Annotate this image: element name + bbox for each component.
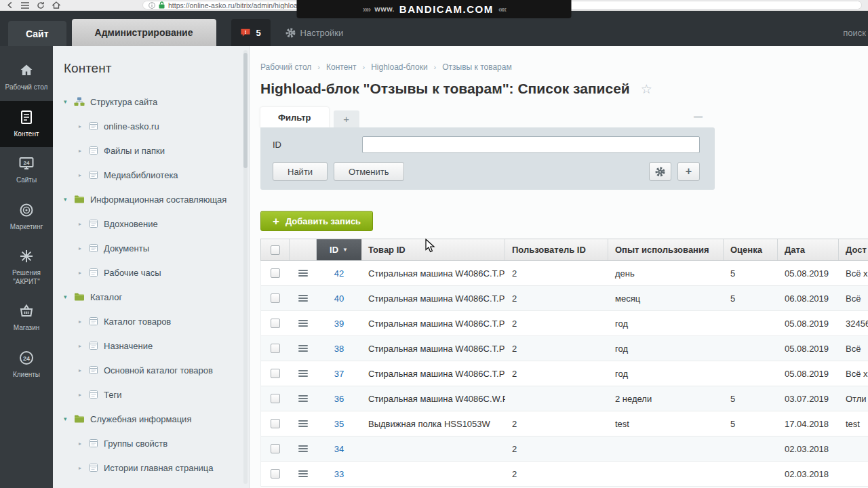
watermark-arrows-left-icon (363, 4, 370, 14)
rail-item-label: Решения "АКРИТ" (2, 269, 51, 286)
tree-item[interactable]: Рабочие часы (64, 260, 249, 285)
column-header-availability[interactable]: Дост (839, 239, 868, 260)
tree-item[interactable]: Каталог (64, 285, 249, 309)
scrollbar-thumb[interactable] (243, 53, 248, 168)
row-actions-menu-icon[interactable] (298, 295, 308, 302)
tree-item-label: Каталог товаров (104, 317, 171, 327)
record-id-link[interactable]: 38 (334, 344, 344, 354)
rail-item-desktop[interactable]: Рабочий стол (0, 54, 53, 101)
tree-item[interactable]: Теги (64, 382, 249, 407)
row-actions-menu-icon[interactable] (298, 395, 308, 402)
row-actions-menu-icon[interactable] (298, 345, 308, 352)
tree-item[interactable]: online-asko.ru (64, 114, 249, 138)
row-checkbox[interactable] (271, 469, 280, 479)
filter-settings-button[interactable] (649, 162, 671, 181)
filter-id-input[interactable] (362, 136, 700, 153)
menu-icon[interactable] (21, 2, 29, 9)
add-record-button[interactable]: Добавить запись (260, 211, 373, 231)
row-actions-menu-icon[interactable] (298, 320, 308, 327)
page-icon (89, 365, 98, 375)
row-actions-menu-icon[interactable] (298, 470, 308, 477)
notifications-tab[interactable]: ! 5 (231, 19, 271, 46)
tree-item[interactable]: Структура сайта (64, 89, 249, 114)
home-icon[interactable] (52, 1, 60, 9)
column-header-product[interactable]: Товар ID (361, 239, 505, 260)
filter-add-field-button[interactable] (677, 162, 700, 181)
breadcrumb-item[interactable]: Highload-блоки (371, 62, 427, 72)
breadcrumb-item[interactable]: Рабочий стол (260, 62, 311, 72)
tree-item[interactable]: Назначение (64, 333, 249, 358)
column-header-user-id[interactable]: Пользователь ID (505, 239, 608, 260)
tree-item[interactable]: Группы свойств (64, 431, 249, 455)
filter-collapse-icon[interactable] (694, 111, 703, 121)
breadcrumb-item[interactable]: Контент (326, 62, 356, 72)
tree-item[interactable]: Вдохновение (64, 211, 249, 236)
record-id-link[interactable]: 35 (334, 419, 344, 429)
column-header-rating[interactable]: Оценка (724, 239, 778, 260)
tree-item[interactable]: Служебная информация (64, 407, 249, 431)
notification-bubble-icon: ! (240, 28, 251, 38)
select-all-checkbox[interactable] (271, 245, 280, 255)
sidebar-scrollbar[interactable] (243, 50, 248, 484)
row-actions-menu-icon[interactable] (298, 445, 308, 452)
tab-administration[interactable]: Администрирование (72, 19, 216, 46)
row-checkbox[interactable] (271, 394, 280, 403)
tree-item[interactable]: Файлы и папки (64, 138, 249, 163)
record-id-link[interactable]: 39 (334, 319, 344, 329)
back-icon[interactable] (6, 1, 14, 9)
row-checkbox[interactable] (271, 419, 280, 428)
rail-item-akrit[interactable]: Решения "АКРИТ" (0, 240, 53, 295)
tree-item[interactable]: Медиабиблиотека (64, 163, 249, 187)
column-header-experience[interactable]: Опыт использования (608, 239, 724, 260)
favorite-star-icon[interactable] (641, 81, 652, 97)
row-checkbox[interactable] (271, 369, 280, 378)
tree-item[interactable]: Информационная составляющая (64, 187, 249, 211)
rail-item-content[interactable]: Контент (0, 101, 53, 148)
filter-add-tab[interactable]: + (334, 110, 359, 127)
row-actions-menu-icon[interactable] (298, 420, 308, 427)
cell-user-id: 2 (505, 411, 608, 436)
record-id-link[interactable]: 36 (334, 394, 344, 404)
record-id-link[interactable]: 37 (334, 369, 344, 379)
rail-item-marketing[interactable]: Маркетинг (0, 194, 53, 241)
tree-item[interactable]: Основной каталог товаров (64, 358, 249, 382)
filter-tab[interactable]: Фильтр (260, 107, 329, 127)
find-button[interactable]: Найти (273, 162, 328, 181)
row-checkbox[interactable] (271, 319, 280, 328)
cell-product-id: Стиральная машина W4086C.T.P (361, 261, 505, 285)
row-checkbox[interactable] (271, 344, 280, 353)
column-header-date[interactable]: Дата (778, 239, 839, 260)
search-link[interactable]: поиск (843, 19, 868, 46)
rail-item-sites[interactable]: 24Сайты (0, 147, 53, 194)
breadcrumb-item[interactable]: Отзывы к товарам (442, 62, 511, 72)
tree-item[interactable]: Документы (64, 236, 249, 260)
cancel-button[interactable]: Отменить (334, 162, 403, 181)
record-id-link[interactable]: 42 (334, 268, 344, 279)
cell-user-id: 2 (505, 436, 608, 461)
cell-user-id: 2 (505, 261, 608, 285)
row-checkbox[interactable] (271, 444, 280, 453)
tab-site[interactable]: Сайт (8, 21, 66, 46)
record-id-link[interactable]: 40 (334, 293, 344, 304)
refresh-icon[interactable] (37, 1, 45, 9)
column-header-id[interactable]: ID (317, 239, 361, 260)
record-id-link[interactable]: 34 (334, 444, 344, 454)
tree-item[interactable]: Каталог товаров (64, 309, 249, 333)
tree-item[interactable]: Истории главная страница (64, 455, 249, 480)
notification-count: 5 (256, 28, 260, 38)
page-icon (89, 146, 98, 155)
row-actions-menu-icon[interactable] (298, 370, 308, 377)
breadcrumb: Рабочий столКонтентHighload-блокиОтзывы … (260, 62, 868, 72)
cell-checkbox (261, 261, 290, 285)
rail-item-clients[interactable]: 24Клиенты (0, 342, 53, 388)
record-id-link[interactable]: 33 (334, 469, 344, 479)
row-checkbox[interactable] (271, 293, 280, 303)
row-checkbox[interactable] (271, 268, 280, 278)
settings-button[interactable]: Настройки (285, 19, 344, 46)
tree-item-label: Теги (104, 390, 121, 400)
row-actions-menu-icon[interactable] (298, 270, 308, 277)
cell-availability: Всё (839, 336, 868, 361)
sort-desc-icon (342, 247, 348, 253)
rail-item-shop[interactable]: Магазин (0, 295, 53, 342)
filter-tabs: Фильтр + (260, 107, 715, 127)
